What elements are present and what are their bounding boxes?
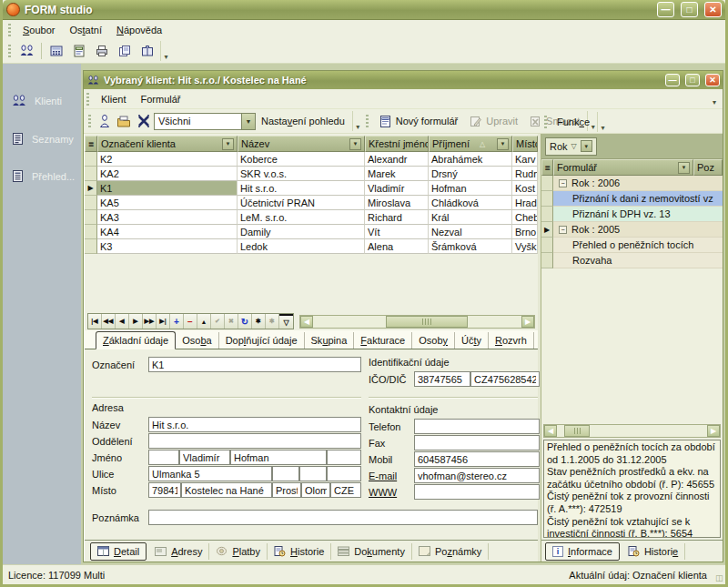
- forms-horizontal-scrollbar[interactable]: ◀ ▶: [543, 424, 721, 438]
- edit-icon[interactable]: ▲: [197, 314, 211, 329]
- table-cell[interactable]: KA2: [97, 167, 238, 181]
- titul2-input[interactable]: [327, 450, 361, 465]
- prior-page-icon[interactable]: ◀◀: [102, 314, 116, 329]
- functions-button[interactable]: Funkce: [551, 114, 595, 130]
- client-maximize-button[interactable]: □: [685, 74, 700, 86]
- list-item[interactable]: Rozvaha: [541, 253, 723, 268]
- client-menu-grip[interactable]: [86, 93, 89, 106]
- table-cell[interactable]: Nezval: [429, 225, 512, 239]
- table-cell[interactable]: KA4: [97, 225, 238, 239]
- form-toolbar-grip[interactable]: [366, 115, 369, 127]
- tab-z-kladn-daje[interactable]: Základní údaje: [96, 331, 176, 349]
- toolbar-grip[interactable]: [8, 45, 11, 57]
- calculator-icon[interactable]: [45, 41, 67, 61]
- table-cell[interactable]: LeM. s.r.o.: [238, 210, 365, 225]
- table-cell[interactable]: K3: [97, 239, 238, 254]
- misto-input[interactable]: [181, 482, 272, 498]
- ico-input[interactable]: [414, 371, 470, 387]
- prijmeni-input[interactable]: [230, 450, 327, 465]
- www-label[interactable]: WWW: [369, 487, 414, 498]
- column-header-formular[interactable]: Formulář ▼: [553, 159, 693, 176]
- clients-icon[interactable]: [15, 41, 38, 61]
- table-cell[interactable]: Vít: [365, 225, 429, 239]
- delete-icon[interactable]: −: [184, 314, 197, 329]
- last-icon[interactable]: ▶|: [157, 314, 170, 329]
- row-indicator[interactable]: [85, 225, 97, 239]
- www-input[interactable]: [414, 484, 540, 500]
- search-icon[interactable]: ✱: [252, 314, 266, 329]
- table-cell[interactable]: Král: [429, 210, 512, 225]
- oddeleni-input[interactable]: [148, 433, 361, 449]
- column-header-poz[interactable]: Poz: [693, 159, 723, 176]
- filter-icon[interactable]: ▽: [279, 314, 293, 329]
- column-header-1[interactable]: Označení klienta▼: [97, 136, 238, 152]
- table-cell[interactable]: Brno: [512, 225, 538, 239]
- view-settings-button[interactable]: Nastavení pohledu: [256, 113, 350, 129]
- krestni-input[interactable]: [179, 450, 230, 465]
- client-toolbar-grip[interactable]: [88, 115, 91, 127]
- maximize-button[interactable]: □: [681, 2, 698, 17]
- list-item[interactable]: Přiznání k DPH vz. 13: [541, 207, 723, 222]
- row-indicator[interactable]: [541, 176, 553, 191]
- table-cell[interactable]: K1: [97, 181, 238, 196]
- open-client-folder-icon[interactable]: [114, 111, 134, 131]
- table-cell[interactable]: Rudn: [512, 167, 538, 181]
- chevron-down-icon[interactable]: ▼: [581, 140, 592, 152]
- sidebar-item-klienti[interactable]: Klienti: [3, 89, 81, 113]
- table-cell[interactable]: SKR v.o.s.: [238, 167, 365, 181]
- title-bar[interactable]: FORM studio — □ ✕: [3, 0, 725, 20]
- menu-nápověda[interactable]: Nápověda: [109, 22, 169, 38]
- tab--ty[interactable]: Účty: [455, 332, 489, 349]
- toolbar-overflow-icon[interactable]: ▾: [160, 41, 171, 61]
- table-cell[interactable]: Miroslava: [365, 196, 429, 210]
- row-indicator[interactable]: [85, 152, 97, 167]
- table-cell[interactable]: Koberce: [238, 152, 365, 167]
- row-indicator[interactable]: [541, 191, 553, 207]
- chevron-down-icon[interactable]: ▼: [241, 114, 255, 129]
- copy-icon[interactable]: [113, 41, 136, 61]
- row-indicator[interactable]: [541, 238, 553, 253]
- tab-rozvrh[interactable]: Rozvrh: [489, 332, 534, 349]
- chevron-down-icon[interactable]: ▼: [497, 138, 509, 150]
- table-cell[interactable]: Kost: [512, 181, 538, 196]
- row-indicator[interactable]: [85, 239, 97, 254]
- table-cell[interactable]: K2: [97, 152, 238, 167]
- close-button[interactable]: ✕: [704, 2, 722, 17]
- table-cell[interactable]: Abrahámek: [429, 152, 512, 167]
- table-cell[interactable]: Drsný: [429, 167, 512, 181]
- person-icon[interactable]: [96, 111, 114, 131]
- next-page-icon[interactable]: ▶▶: [143, 314, 157, 329]
- chevron-down-icon[interactable]: ▼: [222, 138, 234, 150]
- scroll-right-icon[interactable]: ▶: [521, 316, 534, 328]
- row-indicator[interactable]: [85, 210, 97, 225]
- table-cell[interactable]: Alexandr: [365, 152, 429, 167]
- grid-horizontal-scrollbar[interactable]: ◀ ▶: [299, 315, 535, 329]
- table-cell[interactable]: Cheb: [512, 210, 538, 225]
- forms-icon[interactable]: [67, 41, 90, 61]
- chevron-down-icon[interactable]: ▼: [678, 162, 690, 174]
- cardfile-icon[interactable]: [136, 41, 158, 61]
- post-icon[interactable]: ✔: [211, 314, 225, 329]
- nazev-input[interactable]: [148, 417, 361, 432]
- table-cell[interactable]: Účetnictví PRAN: [238, 196, 365, 210]
- remove-filter-person-icon[interactable]: [134, 111, 154, 131]
- mobil-input[interactable]: [414, 451, 540, 467]
- fax-input[interactable]: [414, 435, 540, 450]
- column-header-4[interactable]: Příjmení△▼: [429, 136, 512, 152]
- scroll-left-icon[interactable]: ◀: [544, 425, 557, 437]
- scroll-thumb[interactable]: [564, 425, 590, 437]
- filter-toolbar-overflow-icon[interactable]: ▾: [352, 111, 363, 131]
- table-cell[interactable]: Šrámková: [429, 239, 512, 254]
- list-item[interactable]: ▶−Rok : 2005: [541, 222, 723, 238]
- tab-osoba[interactable]: Osoba: [176, 332, 218, 349]
- tab-detail[interactable]: Detail: [90, 542, 147, 561]
- resize-grip[interactable]: ◫: [715, 573, 724, 582]
- list-item[interactable]: Přiznání k dani z nemovitostí vz: [541, 191, 723, 207]
- nov-formul--button[interactable]: Nový formulář: [373, 111, 463, 131]
- ulice-b3-input[interactable]: [327, 466, 361, 481]
- tab-historie[interactable]: Historie: [268, 543, 331, 560]
- menu-grip[interactable]: [8, 24, 11, 36]
- table-cell[interactable]: KA5: [97, 196, 238, 210]
- table-cell[interactable]: Chládková: [429, 196, 512, 210]
- first-icon[interactable]: |◀: [88, 314, 102, 329]
